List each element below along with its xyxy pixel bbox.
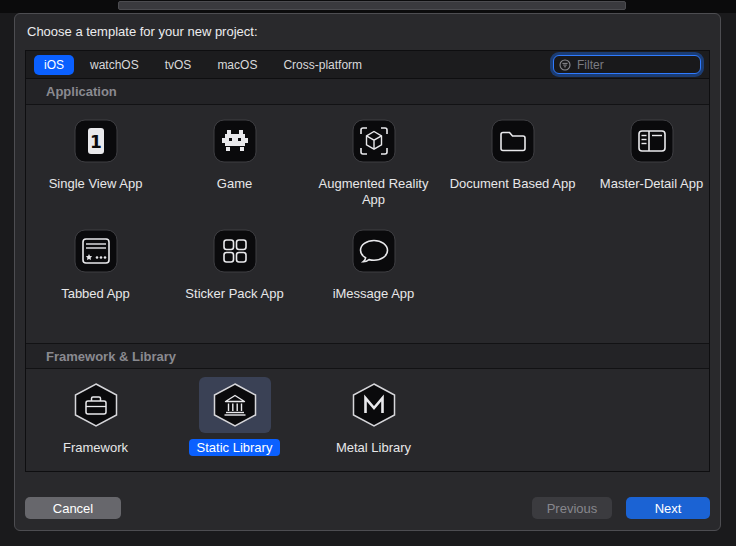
- svg-text:1: 1: [90, 132, 102, 152]
- section-header-application: Application: [26, 79, 709, 105]
- framework-icon: [60, 377, 132, 433]
- dialog-footer: Cancel Previous Next: [25, 497, 710, 519]
- section-header-framework-library: Framework & Library: [26, 343, 709, 369]
- template-label: Static Library: [189, 440, 281, 456]
- single-view-app-icon: 1: [62, 113, 130, 169]
- template-game[interactable]: Game: [165, 113, 304, 223]
- game-icon: [201, 113, 269, 169]
- template-label: Sticker Pack App: [185, 286, 283, 302]
- template-label: Metal Library: [336, 440, 411, 456]
- tab-ios[interactable]: iOS: [34, 55, 74, 75]
- template-tabbed-app[interactable]: Tabbed App: [26, 223, 165, 333]
- template-label: Augmented Reality App: [309, 176, 439, 209]
- template-metal-library[interactable]: Metal Library: [304, 377, 443, 472]
- metal-library-icon: [338, 377, 410, 433]
- tab-cross-platform[interactable]: Cross-platform: [273, 55, 372, 75]
- tabbed-app-icon: [62, 223, 130, 279]
- template-label: iMessage App: [333, 286, 415, 302]
- tab-watchos[interactable]: watchOS: [80, 55, 149, 75]
- template-label: Game: [217, 176, 252, 192]
- template-framework[interactable]: Framework: [26, 377, 165, 472]
- static-library-icon: [199, 377, 271, 433]
- filter-field[interactable]: [553, 55, 701, 74]
- master-detail-app-icon: [618, 113, 686, 169]
- new-project-template-dialog: Choose a template for your new project: …: [14, 13, 721, 531]
- template-chooser: iOS watchOS tvOS macOS Cross-platform Ap…: [25, 50, 710, 472]
- screen: Choose a template for your new project: …: [0, 0, 736, 546]
- document-based-app-icon: [479, 113, 547, 169]
- cancel-button[interactable]: Cancel: [25, 497, 121, 519]
- imessage-app-icon: [340, 223, 408, 279]
- template-label: Master-Detail App: [600, 176, 703, 192]
- template-master-detail-app[interactable]: Master-Detail App: [582, 113, 710, 223]
- template-label: Single View App: [49, 176, 143, 192]
- sticker-pack-app-icon: [201, 223, 269, 279]
- template-augmented-reality-app[interactable]: Augmented Reality App: [304, 113, 443, 223]
- template-label: Document Based App: [450, 176, 576, 192]
- application-template-grid: 1 Single View App: [26, 105, 709, 343]
- framework-template-grid: Framework: [26, 369, 709, 472]
- template-single-view-app[interactable]: 1 Single View App: [26, 113, 165, 223]
- filter-icon: [559, 59, 571, 71]
- tab-tvos[interactable]: tvOS: [155, 55, 202, 75]
- platform-tabbar: iOS watchOS tvOS macOS Cross-platform: [26, 51, 709, 79]
- dialog-prompt: Choose a template for your new project:: [27, 24, 258, 39]
- next-button[interactable]: Next: [626, 497, 710, 519]
- filter-input[interactable]: [575, 57, 695, 73]
- template-label: Tabbed App: [61, 286, 130, 302]
- template-imessage-app[interactable]: iMessage App: [304, 223, 443, 333]
- background-window-toolbar: [118, 1, 626, 10]
- tab-macos[interactable]: macOS: [207, 55, 267, 75]
- template-sticker-pack-app[interactable]: Sticker Pack App: [165, 223, 304, 333]
- template-label: Framework: [63, 440, 128, 456]
- template-static-library[interactable]: Static Library: [165, 377, 304, 472]
- augmented-reality-app-icon: [340, 113, 408, 169]
- footer-right-buttons: Previous Next: [532, 497, 710, 519]
- template-document-based-app[interactable]: Document Based App: [443, 113, 582, 223]
- previous-button[interactable]: Previous: [532, 497, 612, 519]
